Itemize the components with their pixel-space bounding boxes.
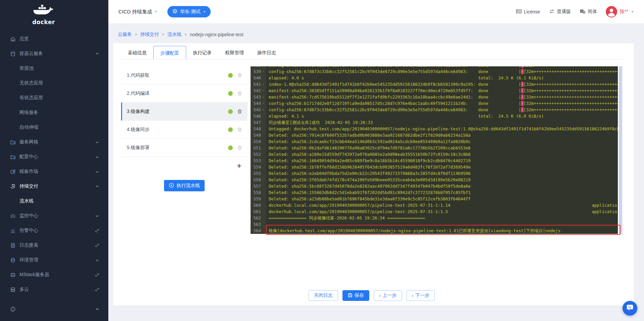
log-line-556: 556Deleted: sha256:3f65deb74fd178c474a20… <box>251 177 618 183</box>
log-line-number: 562 <box>251 215 266 221</box>
step-label: 2.代码编译 <box>127 90 150 97</box>
feedback-chat-button[interactable] <box>623 301 637 316</box>
breadcrumb-item-持续交付[interactable]: 持续交付 <box>140 31 159 38</box>
sidebar-item-无状态应用[interactable]: 无状态应用 <box>0 76 108 90</box>
chevron-down-icon <box>631 10 634 13</box>
tab-执行记录[interactable]: 执行记录 <box>186 46 218 59</box>
log-line-544: 544▾config-sha256:b1717dd2e8f12d710fca9e… <box>251 100 618 107</box>
sidebar-item-label: 网络服务 <box>19 110 38 116</box>
alarm-icon <box>10 228 16 234</box>
cluster-selector-button[interactable]: 华东-测试 <box>167 6 211 17</box>
log-terminal[interactable]: 538▾config-sha256:b1717dd2e8f12d710fca9e… <box>251 66 618 234</box>
sidebar-bottom-bar <box>0 302 108 321</box>
sidebar-item-告警中心[interactable]: 告警中心 <box>0 223 108 238</box>
log-line-number: 557 <box>251 183 266 189</box>
log-line-number: 556 <box>251 177 266 183</box>
chat-bubble-icon <box>626 304 634 313</box>
step-row-1.代码获取[interactable]: 1.代码获取 <box>121 66 248 84</box>
chevron-down-icon <box>95 213 100 218</box>
sidebar-item-容器云服务[interactable]: 容器云服务 <box>0 46 108 61</box>
log-line-559: 559Deleted: sha256:a23db88be5ad01b7696f8… <box>251 196 618 202</box>
sidebar-item-资源池[interactable]: 资源池 <box>0 61 108 76</box>
sidebar-item-持续交付[interactable]: 持续交付 <box>0 179 108 194</box>
sidebar-item-网络服务[interactable]: 网络服务 <box>0 105 108 120</box>
docker-whale-icon <box>30 5 57 18</box>
log-line-542: 542▾manifest-sha256:38385dff151a39908a94… <box>251 87 618 94</box>
sidebar-item-环境管理[interactable]: 环境管理 <box>0 253 108 267</box>
sidebar-item-配置中心[interactable]: 配置中心 <box>0 149 108 164</box>
log-line-text: Untagged: dockerhub.test.com/app/2019040… <box>266 126 618 132</box>
log-line-text: config-sha256:67d873c33b8cc32f52581c2bc9… <box>266 68 618 75</box>
log-line-number: 541▾ <box>251 81 266 87</box>
sidebar-item-模板市场[interactable]: 模板市场 <box>0 164 108 179</box>
product-menu-dropdown[interactable]: CICD 持续集成 <box>118 9 157 15</box>
prev-step-button[interactable]: ‹ 上一步 <box>374 290 402 301</box>
container-icon <box>10 51 16 57</box>
log-line-text <box>266 221 618 228</box>
language-switch-item[interactable]: 简体 <box>580 8 597 15</box>
sidebar-item-label: 总览 <box>19 36 29 42</box>
log-line-text: =============== 同步镜像结束-2026-02-05 19:26:… <box>266 215 618 221</box>
sidebar-item-label: 自动伸缩 <box>19 124 38 130</box>
step-list: 1.代码获取2.代码编译3.镜像构建4.镜像同步5.镜像部署 <box>121 66 248 157</box>
step-row-3.镜像构建[interactable]: 3.镜像构建 <box>121 103 248 121</box>
sidebar-item-有状态应用[interactable]: 有状态应用 <box>0 90 108 105</box>
save-button[interactable]: 保存 <box>342 290 369 301</box>
sidebar-item-流水线[interactable]: 流水线 <box>0 194 108 208</box>
sidebar-item-服务网格[interactable]: 服务网格 <box>0 135 108 149</box>
close-log-button[interactable]: 关闭日志 <box>309 290 338 301</box>
log-line-text: 镜像[dockerhub.test.com/app/20190403000000… <box>266 228 618 234</box>
delete-step-icon[interactable] <box>237 127 242 132</box>
next-step-button[interactable]: › 下一步 <box>407 290 435 301</box>
server-icon <box>10 272 16 278</box>
tab-操作日志[interactable]: 操作日志 <box>251 46 283 59</box>
chevron-left-icon: ‹ <box>379 293 381 298</box>
theme-palette-icon[interactable] <box>10 306 16 314</box>
log-line-553: 553Deleted: sha256:16649054d94a2ed85c689… <box>251 157 618 164</box>
add-step-button[interactable]: + <box>237 163 241 169</box>
tab-基础信息[interactable]: 基础信息 <box>121 46 153 59</box>
delete-step-icon[interactable] <box>237 145 242 150</box>
log-line-545: 545▾config-sha256:67d873c33b8cc32f52581c… <box>251 107 618 113</box>
delete-step-icon[interactable] <box>237 73 242 78</box>
log-line-text: manifest-sha256:7cd575619ba5512df7f2e127… <box>266 94 618 100</box>
log-line-text: Deleted: sha256:e2eb04df0bda75d2e90cb22c… <box>266 170 618 177</box>
sidebar-item-日志搜索[interactable]: 日志搜索 <box>0 238 108 253</box>
delete-step-icon[interactable] <box>237 109 242 114</box>
sidebar-item-自动伸缩[interactable]: 自动伸缩 <box>0 120 108 135</box>
step-row-2.代码编译[interactable]: 2.代码编译 <box>121 84 248 103</box>
delete-step-icon[interactable] <box>237 91 242 96</box>
tab-步骤配置[interactable]: 步骤配置 <box>153 46 186 59</box>
sidebar-collapse-icon[interactable] <box>95 307 100 313</box>
breadcrumb-item-流水线[interactable]: 流水线 <box>167 31 181 38</box>
sidebar-item-监控中心[interactable]: 监控中心 <box>0 208 108 223</box>
sidebar-item-总览[interactable]: 总览 <box>0 31 108 46</box>
terminal-scrollbar[interactable] <box>619 66 622 234</box>
ansi-escape-block: · <box>521 107 524 112</box>
log-line-557: 557Deleted: sha256:5bc68f3267d45078da2e8… <box>251 183 618 189</box>
sidebar-item-label: 环境管理 <box>19 257 38 263</box>
chevron-down-icon <box>203 10 206 13</box>
step-row-5.镜像部署[interactable]: 5.镜像部署 <box>121 139 248 157</box>
log-line-number: 555 <box>251 170 266 177</box>
edition-switch-item[interactable]: 普通版 <box>549 8 571 15</box>
sidebar-item-label: 资源池 <box>19 65 34 71</box>
sidebar-item-label: 流水线 <box>19 198 34 204</box>
fold-caret-icon: ▾ <box>261 100 266 107</box>
step-row-4.镜像同步[interactable]: 4.镜像同步 <box>121 121 248 139</box>
sidebar-item-MStack服务器[interactable]: MStack服务器 <box>0 267 108 282</box>
chevron-down-icon <box>95 154 100 159</box>
tab-bar: 基础信息步骤配置执行记录权限管理操作日志 <box>121 46 622 60</box>
chevron-down-icon <box>95 140 100 144</box>
log-line-number: 543▾ <box>251 94 266 100</box>
step-label: 5.镜像部署 <box>127 145 150 151</box>
log-line-number: 553 <box>251 157 266 164</box>
tab-权限管理[interactable]: 权限管理 <box>218 46 251 59</box>
license-menu-item[interactable]: License <box>516 8 540 15</box>
breadcrumb-item-云服务[interactable]: 云服务 <box>118 31 132 38</box>
log-line-number: 544▾ <box>251 100 266 107</box>
run-pipeline-button[interactable]: 执行流水线 <box>164 180 205 191</box>
top-header: CICD 持续集成 华东-测试 License 普通版 简 <box>108 0 644 24</box>
sidebar-item-多云[interactable]: 多云 <box>0 282 108 297</box>
user-menu[interactable]: 陈** <box>606 6 634 17</box>
